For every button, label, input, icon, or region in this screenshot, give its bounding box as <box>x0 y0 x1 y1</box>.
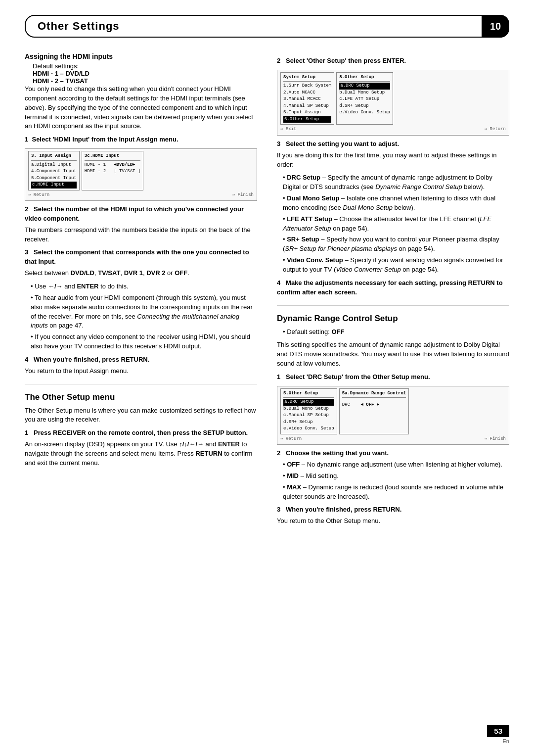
dynamic-body: This setting specifies the amount of dyn… <box>277 340 509 369</box>
screen-mockup-1: 3. Input Assign a.Digital Input 4.Compon… <box>25 148 257 201</box>
hdmi1-label: HDMI - 1 – DVD/LD <box>33 70 89 77</box>
content-area: Assigning the HDMI inputs Default settin… <box>25 52 509 530</box>
section-divider <box>25 384 257 384</box>
bullet-item: OFF – No dynamic range adjustment (use w… <box>283 460 509 470</box>
hdmi-step4-body: You return to the Input Assign menu. <box>25 367 257 376</box>
page: Other Settings 10 Assigning the HDMI inp… <box>0 0 534 756</box>
hdmi-section-heading: Assigning the HDMI inputs <box>25 52 257 60</box>
bullet-item: LFE ATT Setup – Choose the attenuator le… <box>283 215 509 234</box>
screen1-footer-left: ⇒ Return <box>28 192 49 199</box>
right-step3-heading: 3 Select the setting you want to adjust. <box>277 140 509 149</box>
hdmi-step3-bullets: Use ←/→ and ENTER to do this. To hear au… <box>25 282 257 351</box>
right-step3-body: If you are doing this for the first time… <box>277 151 509 170</box>
bullet-item: MAX – Dynamic range is reduced (loud sou… <box>283 483 509 502</box>
other-setup-step1-body: An on-screen display (OSD) appears on yo… <box>25 440 257 468</box>
page-title: Other Settings <box>38 20 120 33</box>
screen3-left-panel: 5.Other Setup a.DRC Setup b.Dual Mono Se… <box>280 388 337 434</box>
default-label: Default settings: <box>33 62 79 70</box>
other-setup-bullets: DRC Setup – Specify the amount of dynami… <box>277 173 509 274</box>
drc-bullets: OFF – No dynamic range adjustment (use w… <box>277 460 509 501</box>
bullet-item: Use ←/→ and ENTER to do this. <box>31 282 257 291</box>
screen3-footer-right: ⇒ Finish <box>485 436 506 443</box>
bullet-item: Dual Mono Setup – Isolate one channel wh… <box>283 194 509 213</box>
screen-mockup-2: System Setup 1.Surr Back System 2.Auto M… <box>277 70 509 136</box>
screen2-footer-left: ⇒ Exit <box>280 126 296 133</box>
right-column: 2 Select 'Other Setup' then press ENTER.… <box>277 52 509 530</box>
screen2-left-panel: System Setup 1.Surr Back System 2.Auto M… <box>280 72 334 125</box>
screen2-right-panel: 8.Other Setup a.DRC Setup b.Dual Mono Se… <box>336 72 393 125</box>
right-step2-heading: 2 Select 'Other Setup' then press ENTER. <box>277 56 509 66</box>
screen1-right-panel: 3c.HDMI Input HDMI - 1 ◄DVD/LD► HDMI - 2… <box>82 151 143 190</box>
chapter-number: 10 <box>482 15 509 38</box>
screen3-footer-left: ⇒ Return <box>280 436 302 443</box>
left-column: Assigning the HDMI inputs Default settin… <box>25 52 257 530</box>
step1-num: 1 <box>25 136 28 143</box>
other-setup-body1: The Other Setup menu is where you can ma… <box>25 406 257 425</box>
drc-step3-heading: 3 When you're finished, press RETURN. <box>277 505 509 515</box>
other-setup-title: The Other Setup menu <box>25 392 257 402</box>
hdmi-section: Assigning the HDMI inputs Default settin… <box>25 52 257 376</box>
screen-mockup-3: 5.Other Setup a.DRC Setup b.Dual Mono Se… <box>277 386 509 445</box>
bullet-item: If you connect any video component to th… <box>31 332 257 351</box>
page-number: 53 <box>487 725 509 737</box>
screen3-right-panel: 5a.Dynamic Range Control DRC ◄ OFF ► <box>339 388 409 434</box>
header-bar: Other Settings 10 <box>25 15 509 38</box>
drc-step3-body: You return to the Other Setup menu. <box>277 517 509 526</box>
right-divider <box>277 305 509 306</box>
hdmi-body1: You only need to change this setting whe… <box>25 85 257 131</box>
bullet-item: Video Conv. Setup – Specify if you want … <box>283 256 509 275</box>
hdmi-step1: 1 Select 'HDMI Input' from the Input Ass… <box>25 135 257 144</box>
screen2-footer-right: ⇒ Return <box>485 126 506 133</box>
hdmi-step4-heading: 4 When you're finished, press RETURN. <box>25 355 257 365</box>
bullet-item: MID – Mid setting. <box>283 472 509 481</box>
screen1-left-panel: 3. Input Assign a.Digital Input 4.Compon… <box>28 151 80 190</box>
hdmi2-label: HDMI - 2 – TV/SAT <box>33 77 88 85</box>
bullet-item: SR+ Setup – Specify how you want to cont… <box>283 235 509 254</box>
hdmi-step3-heading: 3 Select the component that corresponds … <box>25 248 257 267</box>
step1-text: Select 'HDMI Input' from the Input Assig… <box>32 136 178 143</box>
hdmi-step2-body: The numbers correspond with the numbers … <box>25 226 257 244</box>
bullet-item: To hear audio from your HDMI component (… <box>31 293 257 331</box>
drc-step2-heading: 2 Choose the setting that you want. <box>277 449 509 458</box>
page-footer: 53 En <box>487 725 509 744</box>
other-setup-section: The Other Setup menu The Other Setup men… <box>25 392 257 468</box>
dynamic-range-section: Dynamic Range Control Setup Default sett… <box>277 314 509 526</box>
hdmi-step2-heading: 2 Select the number of the HDMI input to… <box>25 205 257 224</box>
dynamic-default: Default setting: OFF <box>277 328 509 337</box>
other-setup-step1-heading: 1 Press RECEIVER on the remote control, … <box>25 428 257 438</box>
screen1-footer-right: ⇒ Finish <box>232 192 254 199</box>
dynamic-range-title: Dynamic Range Control Setup <box>277 314 509 324</box>
hdmi-step3-body: Select between DVD/LD, TV/SAT, DVR 1, DV… <box>25 269 257 278</box>
bullet-item: DRC Setup – Specify the amount of dynami… <box>283 173 509 192</box>
language-label: En <box>503 738 509 744</box>
drc-step1-heading: 1 Select 'DRC Setup' from the Other Setu… <box>277 373 509 382</box>
default-setting: Default setting: OFF <box>283 328 509 337</box>
right-step4-heading: 4 Make the adjustments necessary for eac… <box>277 279 509 297</box>
